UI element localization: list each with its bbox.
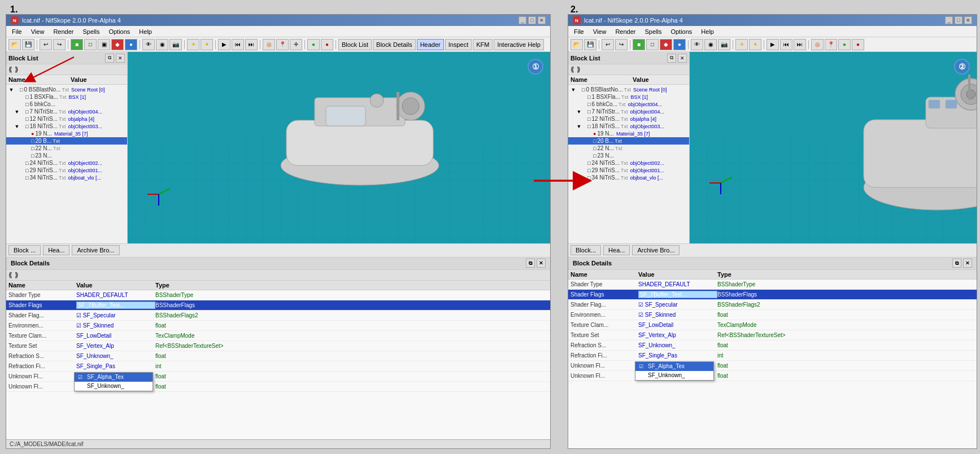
tree-item-20[interactable]: □ 20 B... Txt (6, 137, 127, 145)
light2-icon[interactable]: ✦ (201, 39, 213, 50)
close-btn-2[interactable]: ✕ (964, 16, 972, 24)
box-icon[interactable]: ■ (71, 39, 83, 50)
details-row-ts-2[interactable]: Texture Set SF_Vertex_Alp Ref<BSShaderTe… (568, 330, 977, 340)
viewport-2[interactable]: ② (690, 52, 977, 243)
tree-item-p2-12[interactable]: □ 12 NiTriS... Txt objalpha [4] (568, 115, 689, 123)
details-row-uf2-2[interactable]: Unknown Fl... SF_Environme float (568, 371, 977, 381)
minimize-btn-1[interactable]: _ (519, 16, 526, 24)
tree-item-p2-22[interactable]: □ 22 N... Txt (568, 145, 689, 152)
light2-icon-2[interactable]: ✦ (749, 39, 761, 50)
menu-file-2[interactable]: File (570, 27, 587, 36)
dropdown-item-alpha-tex-2[interactable]: ☑ SF_Alpha_Tex (635, 362, 713, 371)
undo-icon[interactable]: ↩ (40, 39, 52, 50)
tree-item-12[interactable]: □ 12 NiTriS... Txt objalpha [4] (6, 115, 127, 123)
tree-item-p2-24[interactable]: □ 24 NiTriS... Txt objObject002... (568, 159, 689, 167)
dropdown-item-alpha-tex-1[interactable]: ☑ SF_Alpha_Tex (75, 373, 153, 382)
maximize-btn-1[interactable]: □ (528, 16, 536, 24)
play-icon[interactable]: ▶ (218, 39, 230, 50)
collapse-all-btn-2[interactable]: ⟪ (570, 66, 574, 73)
prev-icon-2[interactable]: ⏮ (780, 39, 792, 50)
details-row-env-2[interactable]: Environmen... ☑ SF_Skinned float (568, 310, 977, 320)
float-details-icon-1[interactable]: ⧉ (526, 259, 535, 268)
menu-view-2[interactable]: View (590, 27, 610, 36)
menu-render-1[interactable]: Render (50, 27, 77, 36)
details-row-uf-2[interactable]: Unknown Fl... SF_Empty float (568, 361, 977, 371)
interactive-help-btn-1[interactable]: Interactive Help (494, 39, 543, 50)
float-details-icon-2[interactable]: ⧉ (952, 259, 961, 268)
save-icon[interactable]: 💾 (22, 39, 34, 50)
box2-icon[interactable]: □ (84, 39, 97, 50)
details-row-shader-flags-1[interactable]: Shader Flags SF_7Buffer_Test... BSShader… (6, 300, 550, 311)
open-folder-icon[interactable]: 📂 (8, 39, 21, 50)
header-btn-1[interactable]: Header (417, 39, 444, 50)
close-details-btn-2[interactable]: ✕ (963, 259, 972, 268)
prev-icon[interactable]: ⏮ (232, 39, 244, 50)
light-icon[interactable]: ☀ (187, 39, 199, 50)
sphere-icon[interactable]: ● (125, 39, 137, 50)
camera-icon-2[interactable]: 📷 (718, 39, 730, 50)
redo-icon[interactable]: ↪ (53, 39, 66, 50)
tree-item-18[interactable]: ▼ □ 18 NiTriS... Txt objObject003... (6, 123, 127, 130)
tree-item-29[interactable]: □ 29 NiTriS... Txt objObject001... (6, 167, 127, 174)
target-icon-2[interactable]: ◎ (811, 39, 824, 50)
tree-item-p2-23[interactable]: □ 23 N... (568, 152, 689, 159)
next-icon[interactable]: ⏭ (245, 39, 258, 50)
tree-item-19[interactable]: ● 19 N... Material_35 [7] (6, 130, 127, 137)
green-dot-icon-2[interactable]: ● (838, 39, 851, 50)
tree-item-0[interactable]: ▼ □ 0 BSBlastNo... Txt Scene Root [0] (6, 86, 127, 93)
tree-item-1[interactable]: □ 1 BSXFla... Txt BSX [1] (6, 93, 127, 101)
tree-item-34[interactable]: □ 34 NiTriS... Txt objboat_vlo [... (6, 174, 127, 181)
archive-btn-1[interactable]: Archive Bro... (72, 245, 119, 255)
tree-item-p2-18[interactable]: ▼ □ 18 NiTriS... Txt objObject003... (568, 123, 689, 130)
dropdown-menu-2[interactable]: ☑ SF_Alpha_Tex SF_Unknown_ (635, 361, 714, 381)
details-row-refraction-f-1[interactable]: Refraction Fi... SF_Single_Pas int (6, 361, 550, 372)
pin-icon[interactable]: 📍 (276, 39, 289, 50)
tree-item-p2-0[interactable]: ▼ □ 0 BSBlastNo... Txt Scene Root [0] (568, 86, 689, 93)
box-icon-2[interactable]: ■ (633, 39, 645, 50)
block-btn-2[interactable]: Block... (570, 245, 601, 255)
details-row-rs-2[interactable]: Refraction S... SF_Unknown_ float (568, 340, 977, 351)
green-dot-icon[interactable]: ● (307, 39, 320, 50)
details-row-shader-type-2[interactable]: Shader Type SHADER_DEFAULT BSShaderType (568, 280, 977, 290)
eye2-icon[interactable]: ◉ (156, 39, 168, 50)
block-list-btn-1[interactable]: Block List (338, 39, 372, 50)
kfm-btn-1[interactable]: KFM (473, 39, 493, 50)
red-dot-icon-2[interactable]: ● (852, 39, 864, 50)
pin-icon-2[interactable]: 📍 (825, 39, 837, 50)
tree-item-p2-34[interactable]: □ 34 NiTriS... Txt objboat_vlo [... (568, 174, 689, 181)
target-icon[interactable]: ◎ (263, 39, 275, 50)
menu-options-1[interactable]: Options (105, 27, 133, 36)
eye-icon[interactable]: 👁 (142, 39, 155, 50)
close-pane-btn-2[interactable]: ✕ (678, 54, 687, 63)
float-icon[interactable]: ⧉ (105, 54, 114, 63)
close-btn-1[interactable]: ✕ (538, 16, 546, 24)
crosshair-icon[interactable]: ✛ (290, 39, 302, 50)
next-icon-2[interactable]: ⏭ (794, 39, 806, 50)
tree-item-7[interactable]: ▼ □ 7 NiTriStr... Txt objObject004... (6, 108, 127, 115)
menu-spells-1[interactable]: Spells (79, 27, 103, 36)
details-row-sf2-2[interactable]: Shader Flag... ☑ SF_Specular BSShaderFla… (568, 300, 977, 310)
details-row-rf-2[interactable]: Refraction Fi... SF_Single_Pas int (568, 351, 977, 361)
menu-file-1[interactable]: File (8, 27, 25, 36)
tree-item-p2-29[interactable]: □ 29 NiTriS... Txt objObject001... (568, 167, 689, 174)
details-row-environ-1[interactable]: Environmen... ☑ SF_Skinned float (6, 321, 550, 331)
eye2-icon-2[interactable]: ◉ (704, 39, 717, 50)
menu-help-1[interactable]: Help (136, 27, 155, 36)
close-pane-btn-1[interactable]: ✕ (116, 54, 125, 63)
collapse-all-btn-1[interactable]: ⟪ (8, 66, 12, 73)
save-icon-2[interactable]: 💾 (584, 39, 596, 50)
dropdown-item-unknown-1[interactable]: SF_Unknown_ (75, 382, 153, 391)
hea-btn-2[interactable]: Hea... (603, 245, 630, 255)
tree-item-p2-19[interactable]: ● 19 N... Material_35 [7] (568, 130, 689, 137)
minimize-btn-2[interactable]: _ (945, 16, 953, 24)
block-details-btn-1[interactable]: Block Details (373, 39, 416, 50)
undo-icon-2[interactable]: ↩ (602, 39, 614, 50)
red-dot-icon[interactable]: ● (321, 39, 333, 50)
dropdown-item-unknown-2[interactable]: SF_Unknown_ (635, 371, 713, 380)
menu-view-1[interactable]: View (28, 27, 48, 36)
maximize-btn-2[interactable]: □ (955, 16, 962, 24)
close-details-btn-1[interactable]: ✕ (537, 259, 546, 268)
inspect-btn-1[interactable]: Inspect (445, 39, 472, 50)
menu-spells-2[interactable]: Spells (641, 27, 665, 36)
float-icon-2[interactable]: ⧉ (667, 54, 676, 63)
